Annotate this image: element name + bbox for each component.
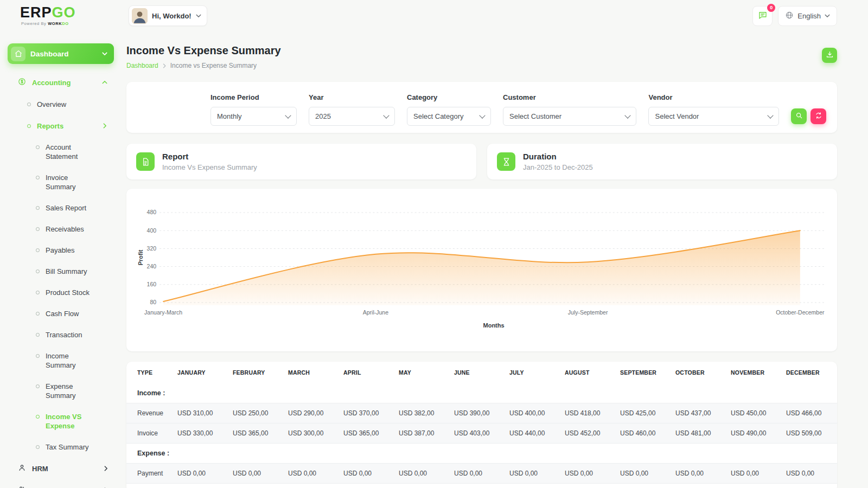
section-row-expense: Expense : [126,444,837,464]
sidebar-item-label: Payables [46,246,74,255]
sidebar-item-receivables[interactable]: Receivables [36,219,117,240]
notifications-button[interactable]: 0 [752,6,773,26]
reset-button[interactable] [810,108,826,124]
table-cell: USD 0,00 [671,464,726,484]
bullet-icon [27,102,31,106]
sidebar-item-label: Accounting [32,79,96,87]
filter-income-period: Income PeriodMonthly [210,93,297,126]
sidebar-item-payables[interactable]: Payables [36,240,117,261]
sidebar-item-accounting[interactable]: Accounting [4,72,117,93]
user-menu[interactable]: Hi, Workdo! [129,5,207,26]
select-wrapper: Select Category [407,107,491,126]
download-button[interactable] [822,48,837,63]
x-tick-label: July-September [568,309,608,316]
sidebar-item-expense-summary[interactable]: Expense Summary [36,376,117,406]
sidebar-item-income-vs-expense[interactable]: Income VS Expense [36,406,117,436]
area-fill [163,230,800,305]
category-select[interactable]: Select Category [407,107,491,126]
income-period-select[interactable]: Monthly [210,107,297,126]
table-cell: USD 450,00 [726,403,782,423]
table-cell: USD 365,00 [339,423,394,444]
logo-text: ERPGO [20,5,129,20]
x-tick-label: January-March [144,309,182,316]
chevron-down-icon [102,52,107,55]
top-header: ERPGO Powered By WORKDO Hi, Workdo! 0 En… [0,0,868,31]
column-header-december: DECEMBER [782,362,837,383]
greeting-text: Hi, Workdo! [152,12,192,20]
filters-row: Income PeriodMonthlyYear2025CategorySele… [137,93,826,126]
workdo-text-dark: WORK [48,21,62,26]
breadcrumb: Dashboard Income vs Expense Summary [126,62,837,69]
table-cell: USD 425,00 [616,403,671,423]
sidebar-item-transaction[interactable]: Transaction [36,324,117,345]
sidebar-item-overview[interactable]: Overview [4,93,117,115]
column-header-july: JULY [505,362,560,383]
column-header-october: OCTOBER [671,362,726,383]
table-cell: USD 0,00 [228,464,284,484]
sidebar-item-reports[interactable]: Reports [4,115,117,137]
logo-tagline: Powered By WORKDO [20,22,129,26]
customer-select[interactable]: Select Customer [503,107,636,126]
bullet-icon [36,227,40,231]
powered-by-text: Powered By [21,21,46,26]
sidebar-item-cash-flow[interactable]: Cash Flow [36,303,117,324]
sidebar-item-sales-report[interactable]: Sales Report [36,197,117,219]
breadcrumb-dashboard-link[interactable]: Dashboard [126,62,158,69]
column-header-september: SEPTEMBER [616,362,671,383]
duration-icon [497,152,515,171]
sidebar-item-account-statement[interactable]: Account Statement [36,137,117,167]
row-type: Revenue [126,403,173,423]
logo[interactable]: ERPGO Powered By WORKDO [20,5,129,26]
x-tick-label: April-June [363,309,389,316]
column-header-august: AUGUST [560,362,616,383]
table-header-row: TYPEJANUARYFEBRUARYMARCHAPRILMAYJUNEJULY… [126,362,837,383]
column-header-type: TYPE [126,362,173,383]
y-tick-label: 240 [147,263,157,269]
report-card-text: Report Income Vs Expense Summary [162,152,257,171]
sidebar-item-income-summary[interactable]: Income Summary [36,345,117,376]
section-label: Expense : [126,444,837,464]
table-cell: USD 0,00 [560,464,616,484]
summary-cards-row: Report Income Vs Expense Summary Duratio… [126,144,837,179]
chevron-right-icon [104,466,107,471]
table-cell: USD 437,00 [671,403,726,423]
duration-card: Duration Jan-2025 to Dec-2025 [487,144,837,179]
chart-card: 80160240320400480January-MarchApril-June… [126,189,837,351]
sidebar-item-crm[interactable]: CRM [4,479,117,488]
filter-card: Income PeriodMonthlyYear2025CategorySele… [126,82,837,133]
sidebar-item-product-stock[interactable]: Product Stock [36,282,117,303]
sidebar-item-tax-summary[interactable]: Tax Summary [36,436,117,458]
bullet-icon [27,124,31,128]
vendor-select[interactable]: Select Vendor [648,107,779,126]
column-header-june: JUNE [450,362,505,383]
sidebar-item-bill-summary[interactable]: Bill Summary [36,261,117,282]
table-cell: USD 460,00 [616,423,671,444]
sidebar-item-label: Income VS Expense [46,412,99,431]
bullet-icon [36,291,40,294]
sidebar-item-label: Account Statement [46,143,99,161]
sidebar-item-label: Transaction [46,330,82,339]
table-cell: USD 250,00 [228,403,284,423]
sidebar-item-invoice-summary[interactable]: Invoice Summary [36,167,117,197]
sidebar-item-dashboard[interactable]: Dashboard [8,43,114,64]
year-select[interactable]: 2025 [309,107,395,126]
table-cell: USD 0,00 [339,464,394,484]
table-cell: USD 300,00 [284,423,339,444]
table-cell: USD 330,00 [173,423,228,444]
y-tick-label: 320 [147,245,157,252]
sidebar: Dashboard Accounting Overview Reports Ac… [4,39,117,488]
table-cell: USD 390,00 [450,403,505,423]
column-header-may: MAY [394,362,450,383]
filter-label: Year [309,93,395,101]
chevron-right-icon [103,123,106,129]
y-axis-label: Profit [137,249,144,265]
home-icon [11,47,25,61]
table-cell: USD 0,00 [505,464,560,484]
profit-chart: 80160240320400480January-MarchApril-June… [135,202,826,332]
language-selector[interactable]: English [778,6,837,26]
table-cell: USD 403,00 [450,423,505,444]
sidebar-item-hrm[interactable]: HRM [4,458,117,479]
search-button[interactable] [791,108,807,124]
duration-card-text: Duration Jan-2025 to Dec-2025 [523,152,593,171]
table-cell: USD 0,00 [173,464,228,484]
